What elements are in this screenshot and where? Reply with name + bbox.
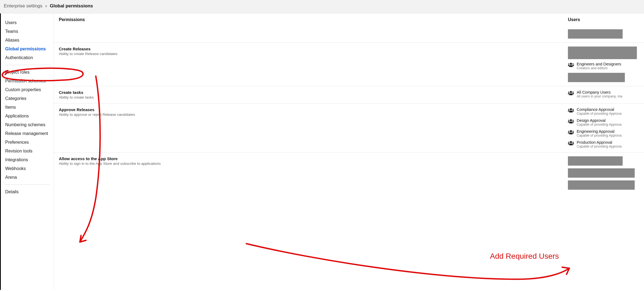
permission-description: Ability to approve or reject Release can… — [59, 113, 568, 117]
user-name: All Company Users — [577, 90, 622, 94]
redacted-user-slot[interactable] — [568, 47, 637, 59]
sidebar-item-preferences[interactable]: Preferences — [1, 138, 54, 147]
sidebar-item-global-permissions[interactable]: Global permissions — [1, 45, 54, 53]
permission-title: Create Releases — [59, 47, 568, 51]
user-subtitle: Capable of providing Approva — [577, 123, 622, 126]
chevron-right-icon: › — [45, 3, 47, 8]
redacted-user-slot[interactable] — [568, 73, 625, 82]
user-entry[interactable]: Design Approval Capable of providing App… — [568, 118, 639, 126]
users-icon — [568, 118, 574, 125]
sidebar-item-webhooks[interactable]: Webhooks — [1, 164, 54, 173]
user-subtitle: All users in your company, ma — [577, 94, 622, 98]
permission-row-app-store: Allow access to the App Store Ability to… — [54, 152, 644, 194]
breadcrumb-parent[interactable]: Enterprise settings — [4, 3, 42, 8]
permission-description: Ability to sign in to the App Store and … — [59, 162, 568, 166]
sidebar-item-teams[interactable]: Teams — [1, 27, 54, 36]
sidebar-item-custom-properties[interactable]: Custom properties — [1, 85, 54, 94]
user-name: Production Approval — [577, 140, 622, 145]
annotation-text: Add Required Users — [490, 252, 559, 261]
user-subtitle: Capable of providing Approva — [577, 134, 622, 137]
redacted-user-slot[interactable] — [568, 29, 623, 39]
sidebar-item-arena[interactable]: Arena — [1, 173, 54, 182]
user-entry[interactable]: Engineers and Designers Creators and edi… — [568, 62, 639, 70]
sidebar-item-project-roles[interactable]: Project roles — [1, 68, 54, 77]
users-icon — [568, 140, 574, 146]
permission-row-create-releases: Create Releases Ability to create Releas… — [54, 42, 644, 86]
sidebar-item-release-management[interactable]: Release management — [1, 129, 54, 138]
permission-row-create-tasks: Create tasks Ability to create tasks All… — [54, 86, 644, 103]
user-entry[interactable]: Engineering Approval Capable of providin… — [568, 129, 639, 137]
user-entry[interactable]: Compliance Approval Capable of providing… — [568, 107, 639, 116]
permission-description: Ability to create tasks — [59, 95, 568, 99]
users-icon — [568, 107, 574, 114]
sidebar-item-items[interactable]: Items — [1, 103, 54, 112]
user-name: Compliance Approval — [577, 107, 622, 112]
user-name: Design Approval — [577, 118, 622, 123]
users-icon — [568, 90, 574, 96]
sidebar-item-revision-tools[interactable]: Revision tools — [1, 147, 54, 155]
breadcrumb: Enterprise settings › Global permissions — [0, 0, 644, 13]
redacted-user-slot[interactable] — [568, 156, 623, 166]
user-subtitle: Capable of providing Approva — [577, 112, 622, 116]
sidebar-item-permission-schemes[interactable]: Permission schemes — [1, 77, 54, 85]
column-header-users: Users — [568, 17, 639, 22]
user-subtitle: Capable of providing Approva — [577, 145, 622, 148]
user-name: Engineering Approval — [577, 129, 622, 134]
sidebar-item-aliases[interactable]: Aliases — [1, 36, 54, 45]
breadcrumb-current: Global permissions — [50, 3, 93, 8]
permission-row-approve-releases: Approve Releases Ability to approve or r… — [54, 103, 644, 152]
permission-title: Approve Releases — [59, 107, 568, 112]
sidebar-item-authentication[interactable]: Authentication — [1, 53, 54, 62]
sidebar: Users Teams Aliases Global permissions A… — [1, 13, 54, 290]
sidebar-item-numbering-schemes[interactable]: Numbering schemes — [1, 120, 54, 129]
permission-title: Allow access to the App Store — [59, 156, 568, 161]
column-headers: Permissions Users — [54, 13, 644, 28]
permission-description: Ability to create Release candidates — [59, 52, 568, 56]
user-subtitle: Creators and editors — [577, 66, 621, 70]
sidebar-divider — [5, 65, 50, 65]
sidebar-divider — [5, 185, 50, 185]
permission-title: Create tasks — [59, 90, 568, 95]
redacted-user-slot[interactable] — [568, 180, 635, 190]
user-entry[interactable]: Production Approval Capable of providing… — [568, 140, 639, 148]
sidebar-item-applications[interactable]: Applications — [1, 112, 54, 120]
sidebar-item-users[interactable]: Users — [1, 18, 54, 27]
users-icon — [568, 62, 574, 68]
redacted-user-slot[interactable] — [568, 168, 635, 178]
sidebar-item-details[interactable]: Details — [1, 188, 54, 196]
column-header-permissions: Permissions — [59, 17, 568, 22]
main-content: Permissions Users Create Releases Abilit… — [54, 13, 644, 194]
users-icon — [568, 129, 574, 136]
sidebar-item-categories[interactable]: Categories — [1, 94, 54, 103]
user-entry[interactable]: All Company Users All users in your comp… — [568, 90, 639, 98]
user-name: Engineers and Designers — [577, 62, 621, 66]
sidebar-item-integrations[interactable]: Integrations — [1, 155, 54, 164]
